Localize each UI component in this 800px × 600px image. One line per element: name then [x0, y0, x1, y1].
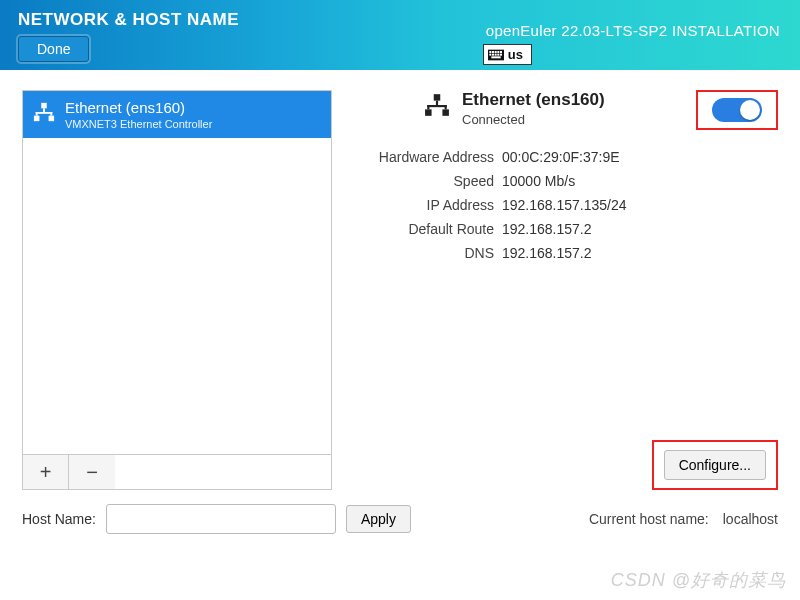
svg-rect-1	[489, 51, 491, 53]
selected-nic-status: Connected	[462, 112, 605, 127]
apply-button[interactable]: Apply	[346, 505, 411, 533]
svg-rect-15	[36, 112, 38, 116]
svg-rect-23	[445, 105, 447, 109]
hostname-label: Host Name:	[22, 511, 96, 527]
hostname-input[interactable]	[106, 504, 336, 534]
highlight-box	[696, 90, 778, 130]
nic-details: Hardware Address00:0C:29:0F:37:9E Speed1…	[344, 149, 778, 261]
svg-rect-20	[436, 101, 438, 105]
current-hostname-value: localhost	[723, 511, 778, 527]
speed-label: Speed	[344, 173, 494, 189]
keyboard-icon	[488, 49, 504, 61]
svg-rect-2	[492, 51, 494, 53]
svg-rect-5	[500, 51, 502, 53]
svg-rect-16	[50, 112, 52, 116]
svg-rect-25	[442, 109, 449, 116]
remove-nic-button[interactable]: −	[69, 455, 115, 489]
svg-rect-14	[36, 112, 53, 114]
selected-nic-title: Ethernet (ens160)	[462, 90, 605, 110]
svg-rect-11	[491, 56, 500, 58]
ethernet-icon	[33, 101, 55, 123]
svg-rect-4	[497, 51, 499, 53]
nic-item-desc: VMXNET3 Ethernet Controller	[65, 118, 212, 130]
nic-enable-toggle[interactable]	[712, 98, 762, 122]
nic-item-name: Ethernet (ens160)	[65, 99, 212, 116]
svg-rect-9	[497, 53, 499, 55]
nic-list[interactable]: Ethernet (ens160) VMXNET3 Ethernet Contr…	[22, 90, 332, 455]
svg-rect-3	[494, 51, 496, 53]
current-hostname-label: Current host name:	[589, 511, 709, 527]
svg-rect-13	[43, 108, 45, 112]
default-route-label: Default Route	[344, 221, 494, 237]
svg-rect-8	[494, 53, 496, 55]
svg-rect-18	[49, 116, 55, 122]
svg-rect-19	[434, 94, 441, 101]
highlight-box: Configure...	[652, 440, 778, 490]
add-nic-button[interactable]: +	[23, 455, 69, 489]
ip-address-label: IP Address	[344, 197, 494, 213]
watermark: CSDN @好奇的菜鸟	[611, 568, 786, 592]
dns-value: 192.168.157.2	[502, 245, 592, 261]
configure-button[interactable]: Configure...	[664, 450, 766, 480]
hw-address-label: Hardware Address	[344, 149, 494, 165]
svg-rect-7	[492, 53, 494, 55]
keyboard-layout-label: us	[508, 47, 523, 62]
default-route-value: 192.168.157.2	[502, 221, 592, 237]
ethernet-icon	[424, 92, 450, 118]
hw-address-value: 00:0C:29:0F:37:9E	[502, 149, 620, 165]
svg-rect-12	[41, 103, 47, 109]
svg-rect-22	[427, 105, 429, 109]
dns-label: DNS	[344, 245, 494, 261]
svg-rect-10	[500, 53, 502, 55]
keyboard-indicator[interactable]: us	[483, 44, 532, 65]
svg-rect-24	[425, 109, 432, 116]
installer-label: openEuler 22.03-LTS-SP2 INSTALLATION	[486, 22, 780, 39]
done-button[interactable]: Done	[18, 36, 89, 62]
speed-value: 10000 Mb/s	[502, 173, 575, 189]
svg-rect-6	[489, 53, 491, 55]
ip-address-value: 192.168.157.135/24	[502, 197, 627, 213]
svg-rect-21	[427, 105, 447, 107]
nic-list-item[interactable]: Ethernet (ens160) VMXNET3 Ethernet Contr…	[23, 91, 331, 138]
svg-rect-17	[34, 116, 40, 122]
